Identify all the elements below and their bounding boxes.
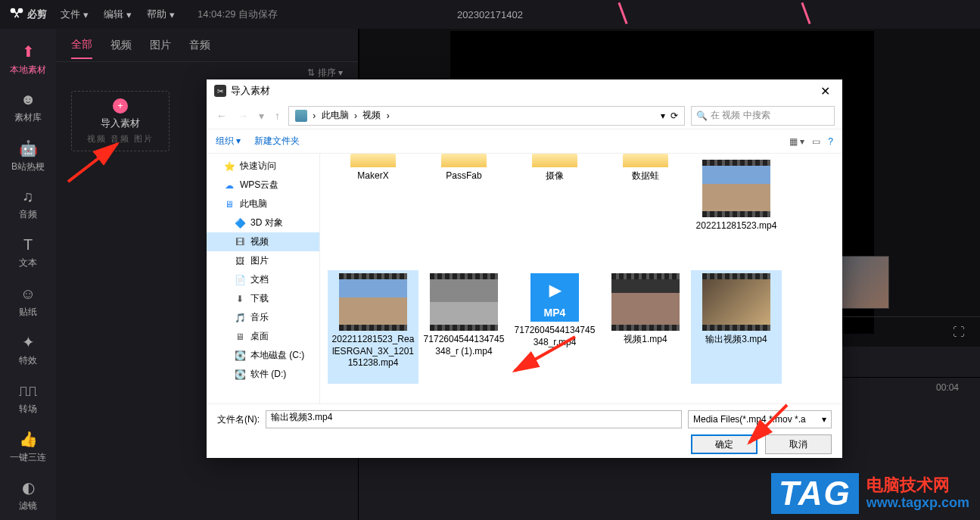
tree-label: 快速访问	[240, 160, 276, 173]
preview-pane-button[interactable]: ▭	[812, 136, 820, 147]
file-item[interactable]: 202211281523_RealESRGAN_3X_1201151238.mp…	[328, 270, 418, 384]
sidebar-item-audio[interactable]: ♫ 音频	[0, 180, 56, 229]
nav-forward-button[interactable]: →	[235, 110, 250, 122]
file-item[interactable]: 视频1.mp4	[600, 270, 691, 384]
thumb-icon: 👍	[19, 430, 38, 448]
sidebar-item-library[interactable]: ☻ 素材库	[0, 83, 56, 132]
organize-button[interactable]: 组织 ▾	[216, 135, 241, 148]
refresh-icon[interactable]: ⟳	[670, 111, 678, 121]
tree-label: 下载	[250, 292, 269, 305]
sidebar-item-hotmeme[interactable]: 🤖 B站热梗	[0, 132, 56, 180]
menu-file[interactable]: 文件▾	[61, 8, 89, 21]
tree-label: WPS云盘	[240, 179, 278, 191]
sidebar-item-local-media[interactable]: ⬆ 本地素材	[0, 35, 56, 83]
tree-item[interactable]: 📄文档	[207, 270, 319, 289]
video-thumb	[611, 273, 680, 331]
folder-item[interactable]: 数据蛙	[600, 157, 691, 202]
tree-item[interactable]: ⭐快速访问	[207, 157, 319, 176]
sidebar-item-filter[interactable]: ◐ 滤镜	[0, 472, 56, 520]
file-item[interactable]: 输出视频3.mp4	[691, 270, 782, 384]
help-button[interactable]: ?	[828, 136, 833, 147]
tree-item[interactable]: 🎞视频	[207, 232, 319, 251]
dialog-icon: ✂	[214, 85, 226, 97]
tree-icon: 🖥	[234, 331, 246, 343]
folder-item[interactable]: MakerX	[328, 157, 418, 202]
import-media-button[interactable]: + 导入素材 视频 音频 图片	[71, 91, 170, 151]
tree-item[interactable]: ⬇下载	[207, 289, 319, 308]
filename-input[interactable]: 输出视频3.mp4	[266, 410, 682, 428]
sidebar-item-sticker[interactable]: ☺ 贴纸	[0, 277, 56, 325]
tree-label: 文档	[250, 273, 269, 286]
tree-icon: 💽	[234, 369, 246, 381]
video-thumb	[702, 160, 770, 217]
tab-audio[interactable]: 音频	[189, 39, 210, 52]
app-name: 必剪	[27, 8, 47, 21]
tab-all[interactable]: 全部	[71, 38, 92, 59]
menu-edit[interactable]: 编辑▾	[104, 8, 132, 21]
folder-icon	[350, 154, 396, 167]
sidebar-item-transition[interactable]: ⎍⎍ 转场	[0, 375, 56, 423]
file-open-dialog: ✂ 导入素材 ✕ ← → ▾ ↑ › 此电脑 › 视频 › ▾ ⟳ 🔍 在 视频…	[207, 79, 842, 458]
folder-item[interactable]: PassFab	[418, 157, 509, 202]
sticker-icon: ☺	[20, 285, 36, 303]
robot-icon: 🤖	[19, 139, 38, 157]
filetype-select[interactable]: Media Files(*.mp4 *.mov *.a▾	[688, 410, 832, 428]
video-folder-icon	[295, 110, 307, 122]
dialog-title: 导入素材	[231, 84, 270, 98]
tree-icon: 💽	[234, 350, 246, 362]
tree-item[interactable]: 🖥此电脑	[207, 195, 319, 213]
file-name: 202211281523_RealESRGAN_3X_1201151238.mp…	[331, 334, 415, 369]
file-item[interactable]: 202211281523.mp4	[691, 157, 782, 270]
tree-item[interactable]: 🔷3D 对象	[207, 213, 319, 232]
dialog-toolbar: 组织 ▾ 新建文件夹 ▦ ▾ ▭ ?	[207, 129, 842, 154]
folder-icon	[532, 154, 577, 167]
music-icon: ♫	[23, 188, 34, 205]
folder-name: PassFab	[446, 170, 481, 182]
sidebar-item-effects[interactable]: ✦ 特效	[0, 326, 56, 375]
tree-item[interactable]: ☁WPS云盘	[207, 176, 319, 195]
tree-item[interactable]: 🖼图片	[207, 251, 319, 270]
top-menu-bar: 必剪 文件▾ 编辑▾ 帮助▾ 14:04:29 自动保存 20230217140…	[0, 0, 980, 29]
folder-icon	[623, 154, 668, 167]
dialog-close-button[interactable]: ✕	[816, 84, 835, 98]
watermark: TAG 电脑技术网 www.tagxp.com	[771, 473, 969, 514]
tab-image[interactable]: 图片	[150, 39, 171, 52]
crop-icon[interactable]: ⛶	[953, 325, 965, 339]
folder-item[interactable]: 摄像	[509, 157, 600, 202]
dialog-search-input[interactable]: 🔍 在 视频 中搜索	[691, 106, 835, 126]
folder-name: 摄像	[546, 170, 564, 182]
sidebar-item-tripleclick[interactable]: 👍 一键三连	[0, 423, 56, 472]
tree-item[interactable]: 🎵音乐	[207, 308, 319, 327]
filename-label: 文件名(N):	[217, 413, 260, 426]
file-item[interactable]: 7172604544134745348_r (1).mp4	[418, 270, 509, 384]
tree-item[interactable]: 💽本地磁盘 (C:)	[207, 346, 319, 365]
view-options-button[interactable]: ▦ ▾	[789, 136, 804, 147]
dialog-body: ⭐快速访问☁WPS云盘🖥此电脑🔷3D 对象🎞视频🖼图片📄文档⬇下载🎵音乐🖥桌面💽…	[207, 154, 842, 403]
tree-item[interactable]: 🖥桌面	[207, 327, 319, 346]
path-bar[interactable]: › 此电脑 › 视频 › ▾ ⟳	[288, 106, 685, 126]
panel-tabs: 全部 视频 图片 音频	[56, 29, 358, 62]
tree-icon: 🔷	[234, 217, 246, 229]
dialog-tree: ⭐快速访问☁WPS云盘🖥此电脑🔷3D 对象🎞视频🖼图片📄文档⬇下载🎵音乐🖥桌面💽…	[207, 154, 320, 403]
tree-icon: 📄	[234, 274, 246, 286]
tree-label: 本地磁盘 (C:)	[250, 349, 304, 362]
video-thumb	[430, 273, 498, 331]
file-item[interactable]: MP47172604544134745348_r.mp4	[509, 270, 600, 384]
nav-recent-button[interactable]: ▾	[257, 110, 266, 122]
tab-video[interactable]: 视频	[110, 39, 132, 52]
nav-back-button[interactable]: ←	[214, 110, 229, 122]
autosave-status: 14:04:29 自动保存	[198, 8, 278, 21]
tree-item[interactable]: 💽软件 (D:)	[207, 365, 319, 384]
dialog-nav-bar: ← → ▾ ↑ › 此电脑 › 视频 › ▾ ⟳ 🔍 在 视频 中搜索	[207, 102, 842, 129]
menu-help[interactable]: 帮助▾	[147, 8, 175, 21]
sidebar-item-text[interactable]: T 文本	[0, 229, 56, 277]
video-thumb	[339, 273, 407, 331]
tree-label: 音乐	[250, 311, 269, 324]
sparkle-icon: ✦	[22, 333, 35, 351]
tree-icon: 🖥	[223, 198, 235, 210]
ok-button[interactable]: 确定	[691, 434, 758, 454]
new-folder-button[interactable]: 新建文件夹	[254, 135, 300, 148]
nav-up-button[interactable]: ↑	[272, 110, 282, 122]
app-logo: 必剪	[9, 7, 47, 22]
cancel-button[interactable]: 取消	[765, 434, 832, 454]
